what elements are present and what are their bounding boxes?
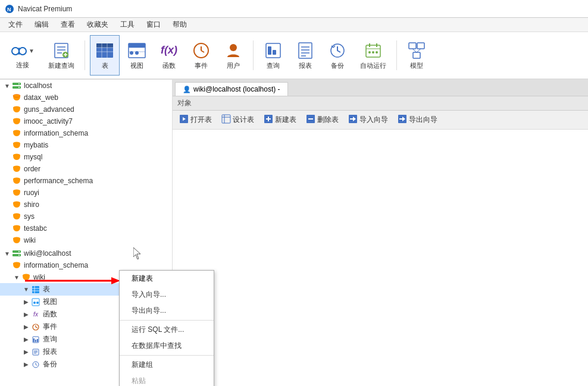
db-datax_web[interactable]: datax_web bbox=[0, 92, 172, 103]
wiki-reports-arrow[interactable]: ▶ bbox=[21, 347, 31, 357]
db-shiro[interactable]: shiro bbox=[0, 199, 172, 211]
table-button[interactable]: 表 bbox=[90, 35, 120, 76]
svg-point-44 bbox=[376, 51, 378, 54]
backup-button[interactable]: 备份 bbox=[323, 35, 352, 76]
app-icon: N bbox=[5, 4, 14, 14]
db-guns_advanced[interactable]: guns_advanced bbox=[0, 103, 172, 115]
delete-table-btn[interactable]: 删除表 bbox=[302, 112, 343, 127]
menu-favorites[interactable]: 收藏夹 bbox=[81, 18, 114, 31]
localhost-label: localhost bbox=[24, 81, 52, 90]
db-wiki-localhost[interactable]: wiki bbox=[0, 234, 172, 246]
menu-tools[interactable]: 工具 bbox=[114, 18, 140, 31]
ctx-find-in-db[interactable]: 在数据库中查找 bbox=[120, 338, 214, 354]
svg-point-42 bbox=[368, 51, 371, 54]
db-label-wiki-localhost: wiki bbox=[24, 236, 36, 244]
db-mysql[interactable]: mysql bbox=[0, 151, 172, 163]
new-table-btn[interactable]: 新建表 bbox=[259, 112, 301, 127]
menu-edit[interactable]: 编辑 bbox=[29, 18, 55, 31]
schedule-button[interactable]: 自动运行 bbox=[355, 35, 392, 76]
db-order[interactable]: order bbox=[0, 163, 172, 175]
ctx-paste[interactable]: 粘贴 bbox=[120, 373, 214, 386]
ctx-new-group[interactable]: 新建组 bbox=[120, 357, 214, 373]
menu-file[interactable]: 文件 bbox=[2, 18, 29, 31]
backup-icon-sm bbox=[31, 360, 40, 369]
wiki-views-arrow[interactable]: ▶ bbox=[21, 297, 31, 307]
svg-point-52 bbox=[18, 83, 20, 84]
user-button[interactable]: 用户 bbox=[218, 35, 248, 76]
open-table-btn[interactable]: 打开表 bbox=[175, 112, 216, 127]
svg-rect-30 bbox=[273, 50, 276, 55]
table-label: 表 bbox=[102, 61, 108, 70]
report-label: 报表 bbox=[299, 61, 312, 70]
localhost-item[interactable]: ▼ localhost bbox=[0, 80, 172, 92]
design-table-btn[interactable]: 设计表 bbox=[217, 112, 258, 127]
db-icon-mysql bbox=[12, 152, 21, 162]
event-button[interactable]: 事件 bbox=[186, 35, 216, 76]
svg-rect-97 bbox=[222, 115, 230, 123]
backup-label: 备份 bbox=[331, 61, 344, 70]
object-area bbox=[173, 130, 588, 386]
wiki-localhost-item[interactable]: ▼ wiki@localhost bbox=[0, 247, 172, 259]
design-table-label: 设计表 bbox=[233, 115, 254, 125]
menu-view[interactable]: 查看 bbox=[55, 18, 81, 31]
new-table-icon bbox=[264, 114, 273, 125]
db-icon-imooc bbox=[12, 117, 21, 126]
db-sys[interactable]: sys bbox=[0, 211, 172, 222]
svg-line-85 bbox=[36, 327, 37, 328]
view-button[interactable]: 视图 bbox=[122, 35, 152, 76]
model-button[interactable]: 模型 bbox=[402, 35, 431, 76]
svg-point-81 bbox=[33, 302, 36, 304]
report-button[interactable]: 报表 bbox=[290, 35, 320, 76]
db-performance_schema[interactable]: performance_schema bbox=[0, 175, 172, 187]
wiki-localhost-arrow[interactable]: ▼ bbox=[2, 249, 12, 258]
import-wizard-btn[interactable]: 导入向导 bbox=[344, 112, 392, 127]
svg-point-2 bbox=[12, 48, 19, 55]
schedule-label: 自动运行 bbox=[360, 61, 386, 70]
db-imooc_activity7[interactable]: imooc_activity7 bbox=[0, 115, 172, 127]
connect-button[interactable]: ▼ 连接 bbox=[5, 35, 40, 76]
db-information_schema[interactable]: information_schema bbox=[0, 127, 172, 139]
ctx-sep-1 bbox=[120, 320, 214, 321]
backup-label-tree: 备份 bbox=[43, 359, 57, 369]
delete-table-label: 删除表 bbox=[317, 115, 339, 125]
svg-point-71 bbox=[18, 255, 20, 256]
svg-rect-29 bbox=[268, 46, 271, 55]
svg-text:N: N bbox=[7, 7, 11, 12]
toolbar-divider-1 bbox=[85, 40, 85, 70]
db-icon-perf bbox=[12, 176, 21, 186]
event-icon-sm bbox=[31, 322, 40, 332]
context-menu: 新建表 导入向导... 导出向导... 运行 SQL 文件... 在数据库中查找… bbox=[119, 270, 214, 386]
wiki-db-arrow[interactable]: ▼ bbox=[12, 272, 21, 282]
db-label-order: order bbox=[24, 165, 40, 173]
new-query-button[interactable]: 新建查询 bbox=[43, 35, 80, 76]
menu-help[interactable]: 帮助 bbox=[167, 18, 193, 31]
query-button[interactable]: 查询 bbox=[258, 35, 288, 76]
import-wizard-label: 导入向导 bbox=[359, 115, 388, 125]
wiki-info-schema[interactable]: information_schema bbox=[0, 259, 172, 271]
export-wizard-btn[interactable]: 导出向导 bbox=[393, 112, 442, 127]
wiki-queries-arrow[interactable]: ▶ bbox=[21, 335, 31, 344]
main-content: 👤 wiki@localhost (localhost) - 对象 打开表 bbox=[173, 80, 588, 386]
ctx-export-wizard[interactable]: 导出向导... bbox=[120, 303, 214, 319]
ctx-new-table[interactable]: 新建表 bbox=[120, 271, 214, 287]
db-label-perf: performance_schema bbox=[24, 177, 93, 185]
localhost-arrow[interactable]: ▼ bbox=[2, 81, 12, 90]
db-label-imooc: imooc_activity7 bbox=[24, 117, 73, 125]
view-icon-sm bbox=[31, 297, 40, 307]
function-button[interactable]: f(x) 函数 bbox=[154, 35, 184, 76]
db-ruoyi[interactable]: ruoyi bbox=[0, 187, 172, 199]
db-label-guns_advanced: guns_advanced bbox=[24, 105, 74, 114]
wiki-backup-arrow[interactable]: ▶ bbox=[21, 360, 31, 369]
menu-window[interactable]: 窗口 bbox=[140, 18, 167, 31]
wiki-functions-arrow[interactable]: ▶ bbox=[21, 310, 31, 319]
ctx-import-wizard[interactable]: 导入向导... bbox=[120, 287, 214, 303]
main-tab[interactable]: 👤 wiki@localhost (localhost) - bbox=[175, 82, 288, 96]
wiki-events-arrow[interactable]: ▶ bbox=[21, 322, 31, 332]
db-mybatis[interactable]: mybatis bbox=[0, 139, 172, 151]
svg-line-49 bbox=[417, 49, 421, 52]
connect-label: 连接 bbox=[16, 61, 29, 70]
ctx-run-sql[interactable]: 运行 SQL 文件... bbox=[120, 322, 214, 338]
db-testabc[interactable]: testabc bbox=[0, 222, 172, 234]
export-wizard-icon bbox=[398, 114, 407, 125]
db-icon-ruoyi bbox=[12, 188, 21, 197]
